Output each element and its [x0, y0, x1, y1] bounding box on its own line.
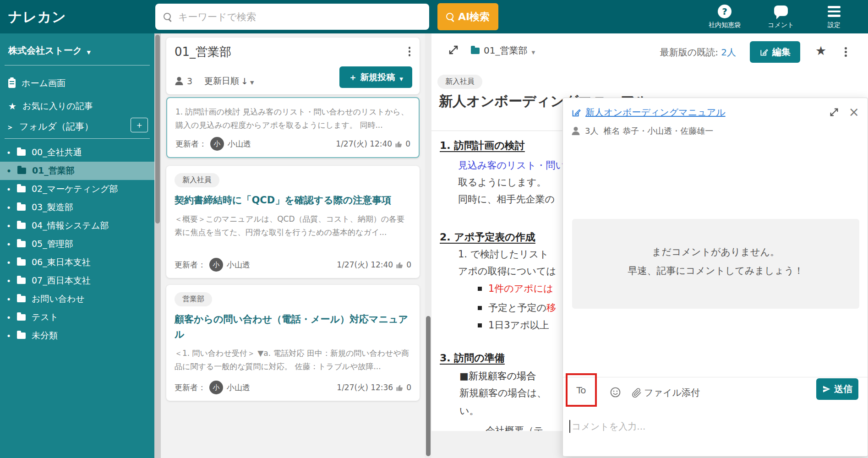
sort-control[interactable]: 更新日順 — [204, 75, 254, 87]
chevron-down-icon — [531, 45, 535, 56]
updated-datetime: 1/27(火) 12:40 — [336, 139, 392, 149]
sidebar-folder-05[interactable]: 05_管理部 — [0, 235, 154, 253]
bullet-line: 予定と予定の移 — [478, 301, 556, 314]
folder-icon — [17, 278, 26, 284]
send-button[interactable]: 送信 — [816, 378, 858, 400]
folder-label: 06_東日本支社 — [32, 256, 91, 268]
bullet-icon — [6, 184, 11, 194]
global-search[interactable] — [155, 4, 429, 30]
kebab-menu-icon[interactable] — [842, 44, 850, 60]
article-excerpt: ＜概要＞このマニュアルは、QCD（品質、コスト、納期）の各要素に焦点を当てた、円… — [175, 213, 411, 239]
ai-search-label: AI検索 — [458, 10, 490, 24]
article-card-title: 契約書締結時に「QCD」を確認する際の注意事項 — [175, 193, 411, 208]
article-line: 1. で検討したリスト — [458, 248, 549, 261]
expand-icon[interactable] — [829, 107, 839, 117]
folder-icon — [471, 48, 480, 54]
avatar: 小 — [210, 137, 224, 151]
ai-search-button[interactable]: AI検索 — [437, 3, 498, 30]
file-attach-button[interactable]: ファイル添付 — [632, 387, 700, 399]
scrollbar-thumb[interactable] — [155, 35, 160, 224]
bullet-line: 1日3アポ以上 — [478, 319, 549, 332]
bullet-icon — [6, 202, 11, 213]
sidebar-item-favorites[interactable]: お気に入りの記事 — [0, 95, 154, 118]
empty-line-1: まだコメントがありません。 — [572, 243, 859, 262]
read-count-link[interactable]: 2人 — [721, 47, 736, 58]
sidebar: 株式会社ストーク ホーム画面 お気に入りの記事 フォルダ（記事） ＋ 00_全社… — [0, 33, 154, 458]
folder-icon — [17, 149, 26, 156]
comment-placeholder: コメントを入力... — [572, 420, 645, 433]
nav-item-comments[interactable]: コメント — [756, 4, 806, 29]
company-name: 株式会社ストーク — [8, 44, 82, 57]
avatar: 小 — [209, 381, 223, 394]
article-link-text[interactable]: 見込み客のリスト・問い — [458, 159, 565, 172]
article-card-selected[interactable]: 1. 訪問計画の検討 見込み客のリスト・問い合わせのリストから、購入の見込みの程… — [166, 97, 420, 158]
sidebar-folder-00[interactable]: 00_全社共通 — [0, 143, 154, 162]
bullet-icon — [6, 257, 11, 267]
article-line: ■新規顧客の場合 — [459, 370, 536, 382]
paper-plane-icon — [822, 385, 831, 393]
search-input[interactable] — [178, 11, 421, 22]
folder-icon — [17, 333, 26, 339]
folder-label: お問い合わせ — [32, 293, 85, 305]
sidebar-item-home[interactable]: ホーム画面 — [0, 72, 154, 95]
company-switcher[interactable]: 株式会社ストーク — [0, 33, 154, 65]
article-line: 同時に、相手先企業の — [458, 193, 555, 206]
sidebar-folder-uncategorized[interactable]: 未分類 — [0, 327, 154, 345]
sidebar-folder-03[interactable]: 03_製造部 — [0, 198, 154, 217]
nav-item-help[interactable]: 社内知恵袋 — [699, 4, 750, 29]
article-card[interactable]: 営業部 顧客からの問い合わせ（電話・メール）対応マニュアル ＜1. 問い合わせ受… — [166, 285, 420, 401]
comment-panel: 新人オンボーディングマニュアル 3人 椎名 恭子・小山透・佐藤雄一 まだコメント… — [562, 98, 868, 457]
nav-label: コメント — [768, 21, 794, 29]
add-folder-button[interactable]: ＋ — [131, 118, 148, 132]
breadcrumb[interactable]: 01_営業部 — [471, 44, 535, 57]
sidebar-folder-04[interactable]: 04_情報システム部 — [0, 217, 154, 235]
folders-section-header[interactable]: フォルダ（記事） ＋ — [0, 118, 154, 138]
expand-icon[interactable] — [448, 44, 459, 55]
scrollbar-thumb[interactable] — [426, 316, 431, 456]
bullet-icon — [6, 147, 11, 158]
sidebar-folder-02[interactable]: 02_マーケティング部 — [0, 180, 154, 198]
thumbs-up-icon — [395, 140, 403, 148]
sidebar-folder-07[interactable]: 07_西日本支社 — [0, 272, 154, 290]
section-heading: 3. 訪問の準備 — [440, 351, 505, 365]
folder-label: 07_西日本支社 — [32, 275, 91, 287]
card-meta: 更新者： 小 小山透 1/27(火) 12:36 0 — [175, 381, 411, 394]
person-icon — [571, 127, 580, 135]
star-icon — [8, 101, 16, 112]
sidebar-folder-06[interactable]: 06_東日本支社 — [0, 253, 154, 272]
nav-label: 社内知恵袋 — [709, 21, 741, 29]
updater-name: 小山透 — [227, 260, 250, 270]
folder-label: 04_情報システム部 — [32, 220, 109, 232]
sidebar-scrollbar[interactable] — [154, 33, 161, 458]
folder-icon — [17, 186, 26, 192]
folder-list: 00_全社共通 01_営業部 02_マーケティング部 03_製造部 04_情報シ… — [0, 143, 154, 345]
sidebar-folder-test[interactable]: テスト — [0, 308, 154, 327]
folder-icon — [17, 204, 26, 211]
to-mention-button[interactable]: To — [576, 385, 586, 396]
emoji-icon[interactable] — [610, 387, 621, 398]
sidebar-folder-01-selected[interactable]: 01_営業部 — [0, 162, 154, 180]
arrow-down-icon — [241, 76, 248, 86]
kebab-menu-icon[interactable] — [406, 44, 414, 59]
new-post-button[interactable]: ＋ 新規投稿 — [339, 66, 412, 88]
folder-icon — [17, 223, 26, 229]
thumbs-up-icon — [396, 384, 404, 392]
sidebar-item-label: お気に入りの記事 — [22, 100, 93, 112]
edit-button[interactable]: 編集 — [750, 41, 800, 63]
nav-item-settings[interactable]: 設定 — [809, 4, 859, 29]
sidebar-folder-inquiry[interactable]: お問い合わせ — [0, 290, 154, 308]
new-post-label: ＋ 新規投稿 — [349, 71, 395, 83]
favorite-star-icon[interactable] — [815, 44, 826, 58]
bullet-icon — [6, 221, 11, 231]
close-icon[interactable] — [849, 104, 859, 120]
updated-datetime: 1/27(火) 12:40 — [337, 260, 393, 270]
question-circle-icon — [718, 4, 732, 19]
article-line-clipped: 会社概要（テ — [486, 424, 544, 431]
article-scrollbar[interactable] — [425, 33, 431, 458]
bullet-icon — [6, 166, 11, 176]
comment-input[interactable]: コメントを入力... — [569, 420, 645, 433]
attach-label: ファイル添付 — [644, 387, 700, 399]
article-card[interactable]: 新入社員 契約書締結時に「QCD」を確認する際の注意事項 ＜概要＞このマニュアル… — [166, 166, 420, 278]
article-link[interactable]: 新人オンボーディングマニュアル — [585, 106, 726, 119]
bullet-text-red: 1件のアポには — [488, 282, 553, 295]
